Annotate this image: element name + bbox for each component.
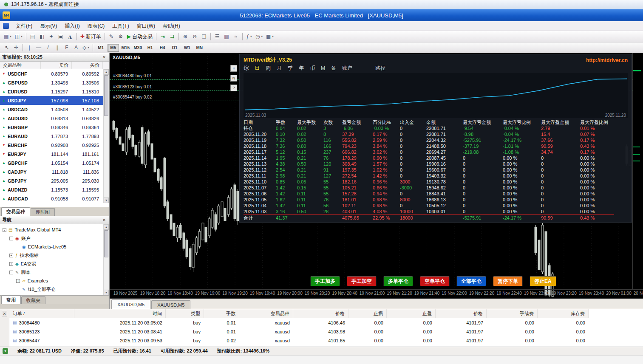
market-watch-row-gbpjpy[interactable]: ▲GBPJPY205.005205.030 bbox=[0, 176, 103, 185]
strategy-tester-button[interactable]: ◮ bbox=[65, 32, 75, 41]
crosshair-button[interactable]: ✛ bbox=[11, 43, 21, 52]
navigator-scrollbar[interactable]: ▲ ▼ bbox=[103, 224, 109, 295]
data-window-button[interactable]: ◧ bbox=[37, 32, 47, 41]
toggle-plus-icon[interactable]: + bbox=[16, 279, 20, 283]
terminal-column-symbol[interactable]: 交易品种 bbox=[239, 309, 293, 318]
timeframe-m15-button[interactable]: M15 bbox=[120, 44, 131, 52]
auto-trading-button[interactable]: ▶自动交易 bbox=[125, 32, 154, 41]
terminal-column-open-price[interactable]: 价格 bbox=[293, 309, 348, 318]
timeframe-h4-button[interactable]: H4 bbox=[157, 44, 168, 52]
market-watch-row-eurusd[interactable]: ▲EURUSD1.152971.15310 bbox=[0, 87, 103, 96]
tree-item[interactable]: +ƒ技术指标 bbox=[0, 251, 103, 260]
close-icon[interactable]: ✕ bbox=[101, 217, 107, 223]
market-watch-row-cadjpy[interactable]: ▲CADJPY111.818111.836 bbox=[0, 167, 103, 176]
scrollbar-thumb[interactable] bbox=[104, 230, 108, 257]
terminal-button[interactable]: ▣ bbox=[56, 32, 65, 41]
close-icon[interactable]: ✕ bbox=[101, 54, 107, 60]
new-chart-button[interactable]: ▦▾ bbox=[2, 32, 13, 41]
navigator-button[interactable]: ✦ bbox=[47, 32, 56, 41]
tree-item[interactable]: ◉ECMarkets-Live05 bbox=[0, 243, 103, 251]
mtdriver-tab-4[interactable]: 季 bbox=[288, 65, 293, 72]
chart-tab-0[interactable]: XAUUSD,M5 bbox=[111, 299, 150, 309]
close-shorts-button[interactable]: 空单平仓 bbox=[420, 276, 450, 286]
terminal-column-current-price[interactable]: 价格 bbox=[436, 309, 487, 318]
mtdriver-tab-9[interactable]: 账户 bbox=[342, 65, 352, 72]
tile-windows-button[interactable]: ❏ bbox=[199, 32, 209, 41]
close-all-button[interactable]: 全部平仓 bbox=[456, 276, 486, 286]
navigator-tab-1[interactable]: 收藏夹 bbox=[21, 296, 45, 304]
tree-item[interactable]: ✎!10_全部平仓 bbox=[0, 285, 103, 293]
zoom-out-button[interactable]: ⊖ bbox=[190, 32, 199, 41]
tree-item[interactable]: -◉账户 bbox=[0, 234, 103, 243]
market-watch-row-usdjpy[interactable]: ▲USDJPY157.098157.108 bbox=[0, 96, 103, 105]
candlestick-chart-button[interactable]: ▥ bbox=[222, 32, 231, 41]
manual-buy-button[interactable]: 手工加多 bbox=[310, 276, 340, 286]
mtdriver-tab-0[interactable]: 综 bbox=[244, 65, 249, 72]
line-chart-button[interactable]: ≈ bbox=[231, 32, 241, 41]
stop-ea-button[interactable]: 停止EA bbox=[530, 276, 556, 286]
toggle-minus-icon[interactable]: - bbox=[9, 271, 13, 274]
mtdriver-note-button[interactable]: N bbox=[230, 75, 237, 82]
scroll-up-icon[interactable]: ▲ bbox=[104, 224, 109, 230]
market-watch-row-usdchf[interactable]: ▼USDCHF0.805790.80592 bbox=[0, 69, 103, 78]
terminal-column-lots[interactable]: 手数 bbox=[204, 309, 239, 318]
menu-item-view[interactable]: 显示(V) bbox=[36, 21, 61, 31]
terminal-column-take-profit[interactable]: 止盈 bbox=[387, 309, 436, 318]
timeframe-d1-button[interactable]: D1 bbox=[169, 44, 181, 52]
market-watch-scrollbar[interactable]: ▲ ▼ bbox=[103, 69, 109, 203]
tree-item[interactable]: +▱Examples bbox=[0, 277, 103, 285]
chart-tab-1[interactable]: XAUUSD,M5 bbox=[151, 300, 190, 309]
mtdriver-path-tab[interactable]: 路径 bbox=[375, 65, 385, 72]
terminal-column-order[interactable]: 订单 / bbox=[9, 309, 74, 318]
zoom-in-button[interactable]: ⊕ bbox=[181, 32, 190, 41]
timeframe-m1-button[interactable]: M1 bbox=[95, 44, 107, 52]
terminal-column-swap[interactable]: 库存费 bbox=[538, 309, 589, 318]
vertical-line-button[interactable]: | bbox=[25, 43, 34, 52]
market-watch-tab-0[interactable]: 交易品种 bbox=[1, 207, 30, 216]
periods-button[interactable]: ◷▾ bbox=[254, 32, 264, 41]
mtdriver-tab-7[interactable]: M bbox=[321, 65, 325, 71]
mtdriver-tab-8[interactable]: 备 bbox=[331, 65, 336, 72]
order-row[interactable]: ▤300844802025.11.20 03:05:02buy0.01xauus… bbox=[9, 318, 643, 327]
timeframe-mn-button[interactable]: MN bbox=[194, 44, 205, 52]
templates-button[interactable]: ▩▾ bbox=[264, 32, 275, 41]
close-icon[interactable]: ✕ bbox=[2, 311, 7, 316]
menu-item-help[interactable]: 帮助(H) bbox=[159, 21, 184, 31]
arrows-button[interactable]: ◇▾ bbox=[81, 43, 91, 52]
chart-shift-button[interactable]: ⇥ bbox=[158, 32, 167, 41]
terminal-column-commission[interactable]: 手续费 bbox=[487, 309, 538, 318]
toggle-minus-icon[interactable]: - bbox=[9, 237, 13, 240]
tree-item[interactable]: -▤TradeMax Global MT4 bbox=[0, 226, 103, 234]
scroll-down-icon[interactable]: ▼ bbox=[104, 290, 109, 295]
mtdriver-tab-3[interactable]: 月 bbox=[277, 65, 282, 72]
timeframe-m5-button[interactable]: M5 bbox=[108, 44, 119, 52]
indicators-button[interactable]: ƒ▾ bbox=[244, 32, 254, 41]
market-watch-row-usdcad[interactable]: ▲USDCAD1.405081.40522 bbox=[0, 105, 103, 114]
new-order-button[interactable]: ✚新订单 bbox=[79, 32, 103, 41]
title-bar[interactable]: M4 5122063: ECMarkets-Live05 - EC Market… bbox=[0, 9, 643, 21]
menu-item-file[interactable]: 文件(F) bbox=[12, 21, 36, 31]
menu-item-charts[interactable]: 图表(C) bbox=[84, 21, 109, 31]
terminal-column-stop-loss[interactable]: 止损 bbox=[348, 309, 387, 318]
market-watch-column-2[interactable]: 买价 bbox=[72, 62, 103, 69]
order-row[interactable]: ▤300854472025.11.20 03:09:53buy0.02xauus… bbox=[9, 336, 643, 345]
terminal-column-type[interactable]: 类型 bbox=[166, 309, 204, 318]
mtdriver-tab-1[interactable]: 日 bbox=[255, 65, 260, 72]
close-longs-button[interactable]: 多单平仓 bbox=[383, 276, 413, 286]
menu-item-tools[interactable]: 工具(T) bbox=[108, 21, 133, 31]
toggle-plus-icon[interactable]: + bbox=[9, 254, 13, 257]
menu-item-window[interactable]: 窗口(W) bbox=[133, 21, 159, 31]
fibonacci-button[interactable]: F bbox=[62, 43, 71, 52]
trendline-button[interactable]: / bbox=[43, 43, 53, 52]
bar-chart-button[interactable]: ☰ bbox=[212, 32, 222, 41]
market-watch-row-eurchf[interactable]: ▼EURCHF0.929080.92925 bbox=[0, 141, 103, 150]
market-watch-column-1[interactable]: 卖价 bbox=[41, 62, 72, 69]
mtdriver-tab-6[interactable]: 币 bbox=[310, 65, 315, 72]
market-watch-row-eurgbp[interactable]: ▲EURGBP0.883460.88364 bbox=[0, 123, 103, 132]
toggle-plus-icon[interactable]: + bbox=[9, 262, 13, 266]
auto-scroll-button[interactable]: ⇉ bbox=[167, 32, 177, 41]
timeframe-m30-button[interactable]: M30 bbox=[132, 44, 144, 52]
market-watch-tab-1[interactable]: 即时图 bbox=[31, 208, 55, 216]
market-watch-row-gbpusd[interactable]: ▲GBPUSD1.304931.30506 bbox=[0, 78, 103, 87]
mtdriver-url-link[interactable]: http://mtdriver.cn bbox=[586, 57, 628, 63]
